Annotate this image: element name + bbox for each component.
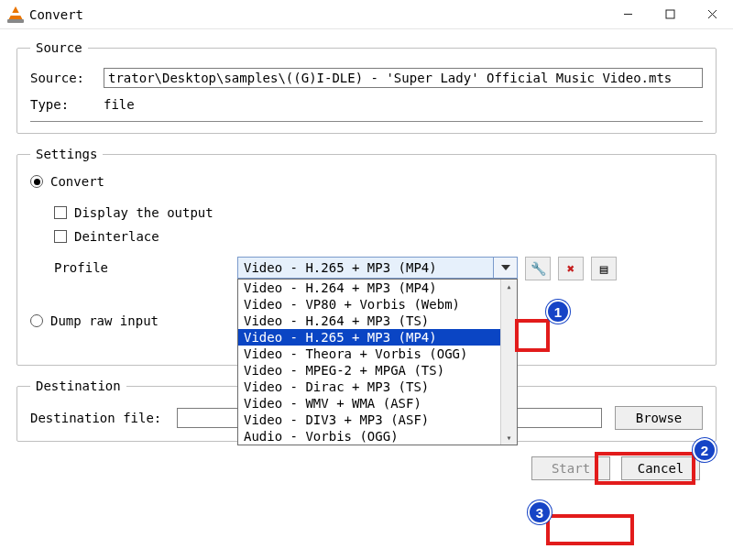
profile-option[interactable]: Video - VP80 + Vorbis (Webm)	[238, 296, 500, 313]
source-legend: Source	[30, 40, 88, 55]
browse-button[interactable]: Browse	[615, 406, 703, 430]
profile-option[interactable]: Video - Theora + Vorbis (OGG)	[238, 346, 500, 362]
settings-legend: Settings	[30, 147, 103, 161]
profile-option[interactable]: Video - WMV + WMA (ASF)	[238, 395, 500, 412]
type-value: file	[104, 97, 135, 112]
new-profile-button[interactable]: ▤	[591, 257, 617, 280]
source-label: Source:	[30, 71, 104, 85]
profile-label: Profile	[54, 257, 237, 275]
convert-radio-label: Convert	[50, 174, 104, 189]
cancel-button-label: Cancel	[638, 461, 684, 476]
delete-icon: ✖	[567, 261, 574, 276]
profile-option[interactable]: Video - Dirac + MP3 (TS)	[238, 379, 500, 395]
destination-label: Destination file:	[30, 411, 177, 425]
app-icon	[7, 6, 24, 23]
annotation-badge-3: 3	[528, 500, 552, 524]
chevron-down-icon	[501, 265, 510, 270]
convert-radio[interactable]: Convert	[30, 174, 104, 189]
list-icon: ▤	[600, 261, 607, 276]
close-button[interactable]	[691, 0, 733, 28]
destination-legend: Destination	[30, 379, 126, 393]
display-output-label: Display the output	[74, 205, 213, 220]
svg-rect-1	[666, 10, 674, 18]
maximize-button[interactable]	[649, 0, 691, 28]
delete-profile-button[interactable]: ✖	[558, 257, 584, 280]
dialog-buttons: Start Cancel	[16, 455, 717, 480]
profile-selected-value: Video - H.265 + MP3 (MP4)	[237, 257, 494, 279]
wrench-icon: 🔧	[531, 261, 546, 276]
titlebar: Convert	[0, 0, 733, 29]
type-label: Type:	[30, 97, 104, 112]
settings-group: Settings Convert Display the output Dein…	[16, 147, 717, 366]
profile-option[interactable]: Video - MPEG-2 + MPGA (TS)	[238, 362, 500, 379]
profile-option[interactable]: Video - DIV3 + MP3 (ASF)	[238, 412, 500, 428]
annotation-badge-1: 1	[546, 300, 570, 324]
window-title: Convert	[29, 7, 83, 22]
dropdown-scrollbar[interactable]: ▴ ▾	[500, 280, 517, 445]
profile-option[interactable]: Audio - Vorbis (OGG)	[238, 428, 500, 445]
deinterlace-label: Deinterlace	[74, 229, 159, 244]
minimize-button[interactable]	[607, 0, 649, 28]
profile-option[interactable]: Video - H.264 + MP3 (TS)	[238, 313, 500, 329]
profile-combobox[interactable]: Video - H.265 + MP3 (MP4) Video - H.264 …	[237, 257, 518, 279]
profile-option[interactable]: Video - H.264 + MP3 (MP4)	[238, 280, 500, 296]
scroll-up-icon: ▴	[506, 281, 511, 291]
cancel-button[interactable]: Cancel	[621, 456, 700, 480]
display-output-checkbox[interactable]: Display the output	[54, 205, 213, 220]
edit-profile-button[interactable]: 🔧	[525, 257, 551, 280]
browse-button-label: Browse	[636, 411, 683, 425]
start-button-label: Start	[552, 461, 590, 476]
deinterlace-checkbox[interactable]: Deinterlace	[54, 229, 159, 244]
annotation-box-3	[546, 514, 634, 545]
window-controls	[607, 0, 733, 28]
scroll-down-icon: ▾	[506, 433, 511, 443]
profile-dropdown-button[interactable]	[494, 257, 518, 279]
annotation-badge-2: 2	[693, 438, 717, 462]
dump-raw-label: Dump raw input	[50, 313, 159, 328]
profile-option[interactable]: Video - H.265 + MP3 (MP4)	[238, 329, 500, 346]
source-group: Source Source: trator\Desktop\samples\((…	[16, 40, 717, 134]
source-input[interactable]: trator\Desktop\samples\((G)I-DLE) - 'Sup…	[104, 68, 703, 88]
start-button[interactable]: Start	[531, 456, 610, 480]
dump-raw-radio[interactable]: Dump raw input	[30, 313, 159, 328]
profile-dropdown-list[interactable]: Video - H.264 + MP3 (MP4)Video - VP80 + …	[237, 279, 518, 445]
